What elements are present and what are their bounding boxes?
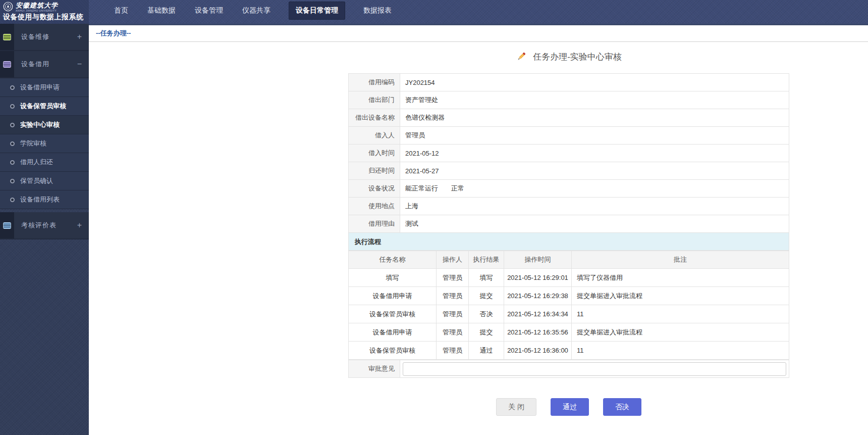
pencil-icon [516,51,527,62]
field-label: 审批意见 [349,360,400,378]
sidebar-item-lab-center-review[interactable]: 实验中心审核 [0,116,89,134]
field-value-borrower: 管理员 [400,127,789,144]
sidebar-group-evaluation[interactable]: 考核评价表 + [0,212,89,239]
bullet-icon [10,160,15,165]
table-row: 借出部门 资产管理处 [349,91,789,109]
field-label: 借用理由 [349,215,400,233]
field-label: 使用地点 [349,198,400,215]
cell-note: 填写了仪器借用 [572,269,789,287]
nav-item-daily-mgmt[interactable]: 设备日常管理 [289,2,345,20]
field-value-borrow-date: 2021-05-12 [400,144,789,162]
sidebar-item-label: 设备借用列表 [20,195,60,204]
close-button[interactable]: 关 闭 [496,398,536,416]
cell-note: 11 [572,342,789,360]
flow-row: 填写 管理员 填写 2021-05-12 16:29:01 填写了仪器借用 [349,269,789,287]
cell-task-name: 设备借用申请 [349,287,437,305]
logo-block: 安徽建筑大学 ANHUI JIANZHU UNIVERSITY 设备使用与数据上… [0,0,89,24]
column-header: 任务名称 [349,251,437,269]
cell-result: 填写 [469,269,504,287]
sidebar-item-college-review[interactable]: 学院审核 [0,134,89,153]
top-navigation: 首页 基础数据 设备管理 仪器共享 设备日常管理 数据报表 [89,0,868,21]
cell-time: 2021-05-12 16:35:56 [504,323,572,342]
field-label: 借入人 [349,127,400,144]
reject-button[interactable]: 否决 [603,398,641,416]
sidebar-item-label: 学院审核 [20,139,46,148]
nav-item-basic-data[interactable]: 基础数据 [146,2,177,19]
approval-comment-table: 审批意见 [348,360,789,378]
cell-note: 提交单据进入审批流程 [572,323,789,342]
flow-table: 任务名称 操作人 执行结果 操作时间 批注 填写 管理员 填写 2021-05-… [348,251,789,360]
cell-operator: 管理员 [437,287,469,305]
sidebar-item-custodian-confirm[interactable]: 保管员确认 [0,172,89,190]
sidebar-group-equipment-borrow[interactable]: 设备借用 − [0,51,89,78]
field-value-device-name: 色谱仪检测器 [400,109,789,127]
sidebar-item-borrow-list[interactable]: 设备借用列表 [0,190,89,209]
borrow-info-table: 借用编码 JY202154 借出部门 资产管理处 借出设备名称 色谱仪检测器 借… [348,73,789,233]
collapse-minus-icon: − [77,60,89,69]
system-title: 设备使用与数据上报系统 [3,13,89,22]
cell-task-name: 设备保管员审核 [349,305,437,323]
menu-blue-icon [3,222,11,229]
sidebar-group-label: 设备借用 [14,60,77,69]
flow-header-row: 任务名称 操作人 执行结果 操作时间 批注 [349,251,789,269]
cell-note: 提交单据进入审批流程 [572,287,789,305]
nav-item-data-report[interactable]: 数据报表 [362,2,393,19]
approval-comment-input[interactable] [403,362,786,376]
sidebar-item-borrow-apply[interactable]: 设备借用申请 [0,78,89,97]
approve-button[interactable]: 通过 [551,398,589,416]
cell-task-name: 设备保管员审核 [349,342,437,360]
table-row: 归还时间 2021-05-27 [349,162,789,180]
column-header: 操作时间 [504,251,572,269]
field-value-use-location: 上海 [400,198,789,215]
field-label: 设备状况 [349,180,400,198]
sidebar-item-label: 实验中心审核 [20,120,60,129]
flow-row: 设备借用申请 管理员 提交 2021-05-12 16:35:56 提交单据进入… [349,323,789,342]
cell-operator: 管理员 [437,269,469,287]
field-value-borrow-code: JY202154 [400,74,789,91]
flow-row: 设备借用申请 管理员 提交 2021-05-12 16:29:38 提交单据进入… [349,287,789,305]
cell-result: 提交 [469,287,504,305]
cell-task-name: 设备借用申请 [349,323,437,342]
field-value-device-status: 能正常运行 正常 [400,180,789,198]
sidebar-group-equipment-repair[interactable]: 设备维修 + [0,24,89,51]
field-label: 归还时间 [349,162,400,180]
table-row: 借用理由 测试 [349,215,789,233]
field-label: 借入时间 [349,144,400,162]
expand-plus-icon: + [77,32,89,41]
field-label: 借用编码 [349,74,400,91]
menu-purple-icon [3,61,11,68]
sidebar-item-custodian-review[interactable]: 设备保管员审核 [0,97,89,116]
bullet-icon [10,104,15,109]
top-header: 安徽建筑大学 ANHUI JIANZHU UNIVERSITY 设备使用与数据上… [0,0,868,24]
field-value-return-date: 2021-05-27 [400,162,789,180]
table-row: 设备状况 能正常运行 正常 [349,180,789,198]
nav-item-instrument-share[interactable]: 仪器共享 [241,2,272,19]
sidebar-group-label: 设备维修 [14,32,77,41]
field-label: 借出设备名称 [349,109,400,127]
cell-operator: 管理员 [437,305,469,323]
table-row: 借用编码 JY202154 [349,74,789,91]
cell-operator: 管理员 [437,342,469,360]
nav-item-home[interactable]: 首页 [113,2,129,19]
field-label: 借出部门 [349,91,400,109]
tab-task-handling[interactable]: --任务办理-- [96,29,131,38]
sidebar: 设备维修 + 设备借用 − 设备借用申请 设备保管员审核 实验中心审核 学院审核… [0,24,89,435]
table-row: 借入时间 2021-05-12 [349,144,789,162]
field-value-lend-dept: 资产管理处 [400,91,789,109]
nav-item-equipment-mgmt[interactable]: 设备管理 [194,2,224,19]
sidebar-item-label: 设备借用申请 [20,83,60,92]
university-name-en: ANHUI JIANZHU UNIVERSITY [16,9,58,12]
cell-time: 2021-05-12 16:36:00 [504,342,572,360]
table-row: 借入人 管理员 [349,127,789,144]
bullet-icon [10,198,15,202]
field-value-borrow-reason: 测试 [400,215,789,233]
expand-plus-icon: + [77,221,89,230]
cell-result: 否决 [469,305,504,323]
cell-time: 2021-05-12 16:29:01 [504,269,572,287]
task-form: 任务办理-实验中心审核 借用编码 JY202154 借出部门 资产管理处 借出设… [348,49,789,416]
sidebar-item-borrower-return[interactable]: 借用人归还 [0,153,89,172]
table-row: 借出设备名称 色谱仪检测器 [349,109,789,127]
cell-time: 2021-05-12 16:34:34 [504,305,572,323]
sidebar-item-label: 设备保管员审核 [20,102,66,111]
tab-strip: --任务办理-- [89,25,868,42]
